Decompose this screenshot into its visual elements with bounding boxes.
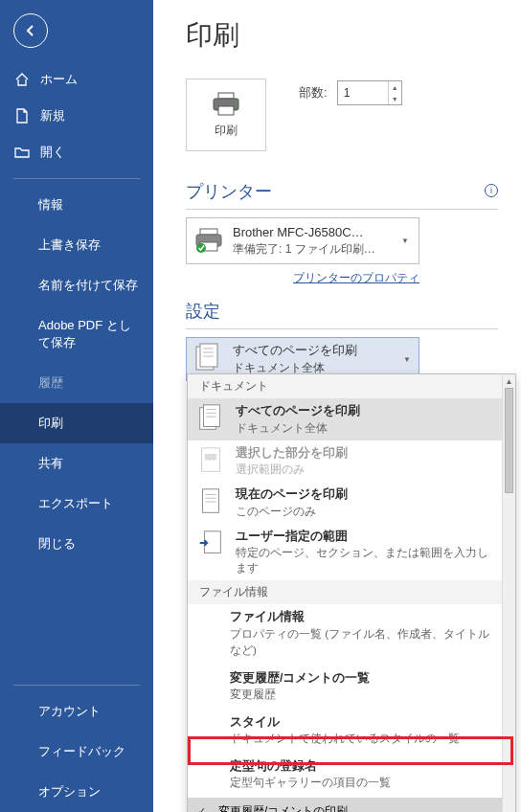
sidebar-item-account[interactable]: アカウント [0, 691, 153, 732]
stepper-up-icon[interactable]: ▲ [389, 81, 401, 93]
sidebar-item-label: 共有 [38, 455, 63, 472]
copies-label: 部数: [299, 84, 328, 102]
dropdown-item-title: 現在のページを印刷 [236, 486, 348, 504]
sidebar-item-label: 閉じる [38, 535, 76, 553]
chevron-down-icon: ▼ [401, 237, 411, 245]
dropdown-item-sub: 特定のページ、セクション、または範囲を入力します [236, 545, 494, 575]
print-button[interactable]: 印刷 [186, 79, 266, 151]
svg-rect-14 [203, 405, 219, 427]
printer-status: 準備完了: 1 ファイル印刷… [233, 241, 392, 258]
single-page-icon [195, 486, 226, 517]
page-range-line1: すべてのページを印刷 [233, 342, 394, 360]
sidebar-item-home[interactable]: ホーム [0, 61, 153, 98]
dropdown-item-sub: 選択範囲のみ [236, 462, 348, 477]
dropdown-item-label: 変更履歴/コメントの印刷 [218, 803, 348, 812]
sidebar-item-history[interactable]: 履歴 [0, 363, 153, 403]
sidebar-item-export[interactable]: エクスポート [0, 484, 153, 524]
dropdown-item-sub: このページのみ [236, 504, 348, 519]
dropdown-check-print-markup[interactable]: ✓ 変更履歴/コメントの印刷 [188, 798, 502, 812]
sidebar-item-label: オプション [38, 783, 101, 801]
printer-name: Brother MFC-J6580C… [233, 224, 392, 241]
sidebar-item-label: アカウント [38, 703, 101, 720]
section-divider [186, 328, 498, 329]
section-title-printer: プリンター [186, 180, 272, 203]
sidebar-item-open[interactable]: 開く [0, 134, 153, 170]
dropdown-item-markup-list[interactable]: 変更履歴/コメントの一覧 変更履歴 [188, 665, 502, 710]
sidebar-item-label: ホーム [40, 71, 78, 88]
svg-rect-4 [200, 229, 217, 235]
sidebar-item-saveas[interactable]: 名前を付けて保存 [0, 265, 153, 305]
sidebar-item-label: 名前を付けて保存 [38, 277, 138, 294]
check-icon: ✓ [197, 805, 209, 812]
page-range-dropdown: ドキュメント すべてのページを印刷ドキュメント全体 選択した部分を印刷選択範囲の… [187, 373, 516, 812]
sidebar-item-label: 印刷 [38, 415, 63, 432]
pages-stack-icon [195, 403, 226, 434]
dropdown-item-autotext[interactable]: 定型句の登録名 定型句ギャラリーの項目の一覧 [188, 754, 502, 798]
dropdown-item-fileinfo[interactable]: ファイル情報 プロパティの一覧 (ファイル名、作成者、タイトルなど) [188, 604, 502, 665]
sidebar-item-label: エクスポート [38, 495, 113, 512]
print-button-label: 印刷 [215, 123, 238, 139]
sidebar-item-save-adobe-pdf[interactable]: Adobe PDF として保存 [0, 305, 153, 363]
backstage-sidebar: ホーム 新規 開く 情報 上書き保存 名前を付けて保存 Adobe PDF とし… [0, 0, 153, 812]
copies-value: 1 [338, 86, 388, 100]
dropdown-group-document: ドキュメント [188, 374, 502, 398]
sidebar-item-label: フィードバック [38, 743, 125, 760]
page-title: 印刷 [186, 17, 498, 54]
sidebar-item-label: 開く [40, 144, 65, 161]
svg-point-3 [234, 100, 236, 102]
dropdown-item-sub: ドキュメントで使われているスタイルの一覧 [230, 731, 494, 747]
svg-rect-2 [218, 106, 234, 115]
back-button[interactable] [13, 13, 48, 48]
dropdown-item-current-page[interactable]: 現在のページを印刷このページのみ [188, 482, 502, 524]
dropdown-item-title: ユーザー指定の範囲 [236, 529, 494, 546]
sidebar-item-print[interactable]: 印刷 [0, 403, 153, 443]
dropdown-group-fileinfo: ファイル情報 [188, 580, 502, 604]
sidebar-item-close[interactable]: 閉じる [0, 524, 153, 564]
section-title-settings: 設定 [186, 300, 498, 323]
dropdown-item-title: 選択した部分を印刷 [236, 445, 348, 462]
sidebar-item-feedback[interactable]: フィードバック [0, 732, 153, 772]
printer-icon [212, 92, 240, 117]
pages-stack-icon [193, 343, 223, 375]
dropdown-item-all-pages[interactable]: すべてのページを印刷ドキュメント全体 [188, 398, 502, 440]
sidebar-item-label: 履歴 [38, 374, 63, 392]
chevron-down-icon: ▼ [403, 355, 413, 364]
dropdown-item-sub: ドキュメント全体 [236, 420, 360, 436]
sidebar-divider [13, 178, 140, 179]
dropdown-scrollbar[interactable]: ▲ ▼ [502, 374, 515, 812]
dropdown-item-title: 定型句の登録名 [230, 757, 494, 776]
sidebar-item-save[interactable]: 上書き保存 [0, 225, 153, 265]
dropdown-item-selection: 選択した部分を印刷選択範囲のみ [188, 440, 502, 483]
dropdown-item-title: スタイル [230, 713, 494, 732]
page-arrow-icon [195, 529, 226, 559]
sidebar-divider [13, 685, 140, 686]
printer-info-icon[interactable]: i [485, 184, 498, 197]
dropdown-item-custom-range[interactable]: ユーザー指定の範囲特定のページ、セクション、または範囲を入力します [188, 524, 502, 581]
scroll-thumb[interactable] [505, 388, 513, 493]
sidebar-item-label: 新規 [40, 107, 65, 124]
sidebar-item-options[interactable]: オプション [0, 772, 153, 812]
dropdown-item-sub: プロパティの一覧 (ファイル名、作成者、タイトルなど) [230, 626, 494, 660]
stepper-down-icon[interactable]: ▼ [389, 93, 401, 104]
printer-selector[interactable]: Brother MFC-J6580C… 準備完了: 1 ファイル印刷… ▼ [186, 217, 419, 264]
home-icon [13, 71, 31, 88]
dropdown-item-sub: 変更履歴 [230, 687, 494, 703]
dropdown-item-title: 変更履歴/コメントの一覧 [230, 669, 494, 688]
printer-properties-link[interactable]: プリンターのプロパティ [293, 271, 419, 284]
back-arrow-icon [23, 23, 38, 38]
open-folder-icon [13, 144, 31, 161]
svg-rect-19 [205, 454, 215, 460]
dropdown-item-styles[interactable]: スタイル ドキュメントで使われているスタイルの一覧 [188, 710, 502, 754]
page-selection-icon [195, 445, 226, 476]
sidebar-item-label: 上書き保存 [38, 237, 101, 254]
dropdown-item-sub: 定型句ギャラリーの項目の一覧 [230, 775, 494, 791]
svg-rect-20 [203, 489, 219, 512]
scroll-up-icon[interactable]: ▲ [503, 374, 515, 388]
printer-ready-icon [194, 228, 223, 253]
sidebar-item-info[interactable]: 情報 [0, 185, 153, 225]
dropdown-item-title: すべてのページを印刷 [236, 403, 360, 420]
copies-stepper[interactable]: 1 ▲ ▼ [337, 80, 402, 105]
sidebar-item-new[interactable]: 新規 [0, 98, 153, 134]
sidebar-item-share[interactable]: 共有 [0, 443, 153, 484]
svg-rect-0 [218, 93, 234, 99]
